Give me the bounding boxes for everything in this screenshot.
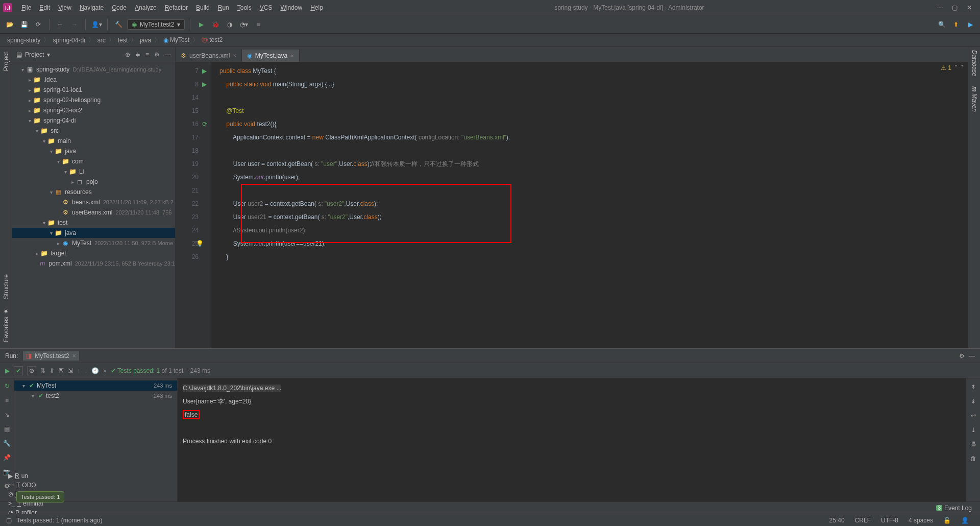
structure-tool-tab[interactable]: Structure (3, 272, 10, 301)
tree-node[interactable]: ▸📁target (12, 248, 175, 258)
next-highlight-icon[interactable]: ˅ (961, 64, 964, 71)
ide-person-icon[interactable]: 👤 (956, 517, 974, 524)
layout-icon[interactable]: ▤ (4, 425, 10, 433)
minimize-button[interactable]: — (937, 4, 943, 11)
tree-node[interactable]: ▾▣spring-studyD:\IDEAJAVA_learning\sprin… (12, 64, 175, 75)
menu-analyze[interactable]: Analyze (131, 2, 161, 13)
test-node[interactable]: ▾✔MyTest243 ms (14, 380, 177, 391)
wrench-icon[interactable]: 🔧 (3, 440, 11, 447)
breadcrumb-item[interactable]: java (138, 37, 153, 44)
menu-build[interactable]: Build (192, 2, 214, 13)
menu-navigate[interactable]: Navigate (76, 2, 108, 13)
stop-icon[interactable]: ■ (253, 19, 264, 30)
breadcrumb-item[interactable]: spring-study (5, 37, 42, 44)
select-opened-icon[interactable]: ⊕ (125, 51, 130, 58)
hide-icon[interactable]: — (165, 51, 171, 58)
collapse-all-icon[interactable]: ≡ (145, 51, 149, 58)
file-encoding[interactable]: UTF-8 (876, 517, 903, 524)
run-icon[interactable]: ▶ (195, 19, 207, 30)
tool-windows-icon[interactable]: ▢ (6, 517, 12, 524)
prev-icon[interactable]: ↑ (77, 367, 80, 374)
readonly-lock-icon[interactable]: 🔓 (938, 517, 956, 524)
search-everywhere-icon[interactable]: 🔍 (936, 19, 947, 30)
tree-node[interactable]: ▾📁spring-04-di (12, 115, 175, 126)
test-node[interactable]: ▾✔test2243 ms (14, 391, 177, 401)
line-gutter[interactable]: 7▶8▶141516⟳171819202122232425💡26 (176, 62, 211, 348)
caret-position[interactable]: 25:40 (824, 517, 850, 524)
tree-node[interactable]: ▸📁spring-02-hellospring (12, 95, 175, 105)
project-tree[interactable]: ▾▣spring-studyD:\IDEAJAVA_learning\sprin… (12, 62, 175, 348)
tree-node[interactable]: ▾📁main (12, 136, 175, 146)
open-icon[interactable]: 📂 (4, 19, 15, 30)
menu-code[interactable]: Code (108, 2, 131, 13)
scroll-start-icon[interactable]: ↟ (971, 384, 976, 391)
ide-updates-icon[interactable]: ⬆ (950, 19, 962, 30)
tree-node[interactable]: ▾📁com (12, 156, 175, 166)
save-icon[interactable]: 💾 (18, 19, 30, 30)
editor-tab[interactable]: ⚙userBeans.xml× (176, 50, 242, 62)
menu-run[interactable]: Run (214, 2, 233, 13)
exit-icon[interactable]: ↘ (5, 411, 10, 418)
codewithme-icon[interactable]: ▶ (965, 19, 976, 30)
back-icon[interactable]: ← (55, 19, 66, 30)
run-gutter-icon[interactable]: ⟳ (202, 117, 207, 131)
next-icon[interactable]: ↓ (84, 367, 87, 374)
collapse-icon[interactable]: ⇲ (68, 367, 73, 374)
pin-icon[interactable]: 📌 (3, 454, 11, 461)
menu-vcs[interactable]: VCS (256, 2, 277, 13)
code-editor[interactable]: public class MyTest { public static void… (211, 62, 968, 348)
hide-run-icon[interactable]: — (969, 352, 975, 360)
tree-node[interactable]: ▾📁java (12, 146, 175, 156)
project-view-selector[interactable]: ▤ Project ▾ (16, 51, 125, 58)
breadcrumb-item[interactable]: ◉MyTest (161, 36, 191, 44)
tree-node[interactable]: ▾📁Li (12, 166, 175, 177)
bottom-todo-button[interactable]: ≔TODO (4, 481, 48, 490)
expand-all-icon[interactable]: ≑ (135, 51, 140, 58)
console-output[interactable]: C:\Java\jdk1.8.0_202\bin\java.exe ...Use… (178, 378, 966, 501)
debug-icon[interactable]: 🐞 (210, 19, 221, 30)
tree-node[interactable]: ▸📁.idea (12, 75, 175, 85)
menu-tools[interactable]: Tools (233, 2, 256, 13)
breadcrumb-item[interactable]: test (116, 37, 130, 44)
tree-node[interactable]: ▾📁src (12, 126, 175, 136)
prev-highlight-icon[interactable]: ˄ (954, 64, 958, 71)
menu-window[interactable]: Window (276, 2, 306, 13)
menu-edit[interactable]: Edit (35, 2, 54, 13)
settings-gear-icon[interactable]: ⚙ (154, 51, 160, 58)
tree-node[interactable]: ⚙userBeans.xml2022/11/20 11:48, 756 (12, 207, 175, 218)
tree-node[interactable]: ▸◻pojo (12, 177, 175, 187)
scroll-end-icon[interactable]: ↡ (971, 398, 976, 405)
sort2-icon[interactable]: ⥯ (50, 367, 55, 374)
sort-icon[interactable]: ⇅ (40, 367, 45, 374)
run-config-selector[interactable]: ◉ MyTest.test2 ▾ (127, 19, 185, 30)
editor-tab[interactable]: ◉MyTest.java× (242, 50, 300, 62)
menu-refactor[interactable]: Refactor (161, 2, 192, 13)
sync-icon[interactable]: ⟳ (33, 19, 44, 30)
clear-icon[interactable]: 🗑 (970, 455, 976, 462)
print-icon[interactable]: 🖶 (970, 441, 976, 448)
breadcrumb-item[interactable]: ⓜtest2 (200, 36, 225, 44)
indent-setting[interactable]: 4 spaces (903, 517, 938, 524)
database-tool-tab[interactable]: Database (971, 50, 978, 76)
favorites-tool-tab[interactable]: Favorites ★ (3, 306, 10, 344)
maven-tool-tab[interactable]: m Maven (971, 86, 978, 112)
run-settings-icon[interactable]: ⚙ (959, 352, 965, 360)
tree-node[interactable]: ▾📁java (12, 228, 175, 238)
run-gutter-icon[interactable]: ▶ (202, 78, 207, 91)
breadcrumb-item[interactable]: src (95, 37, 108, 44)
menu-view[interactable]: View (54, 2, 76, 13)
tree-node[interactable]: ▾📁test (12, 218, 175, 228)
coverage-icon[interactable]: ◑ (224, 19, 235, 30)
warning-badge[interactable]: ⚠ 1 (941, 64, 951, 71)
line-separator[interactable]: CRLF (850, 517, 876, 524)
close-icon[interactable]: × (290, 53, 293, 59)
maximize-button[interactable]: ▢ (952, 4, 958, 11)
build-icon[interactable]: 🔨 (113, 19, 124, 30)
project-tool-tab[interactable]: Project (3, 50, 10, 73)
history-icon[interactable]: 🕘 (91, 367, 99, 374)
tree-node[interactable]: mpom.xml2022/11/19 23:15, 652 B Yesterda… (12, 258, 175, 269)
run-tab[interactable]: ◨ MyTest.test2 × (23, 351, 79, 361)
stop-left-icon[interactable]: ■ (5, 397, 9, 404)
tree-node[interactable]: ▸📁spring-03-ioc2 (12, 105, 175, 115)
rerun-icon[interactable]: ▶ (5, 367, 10, 374)
